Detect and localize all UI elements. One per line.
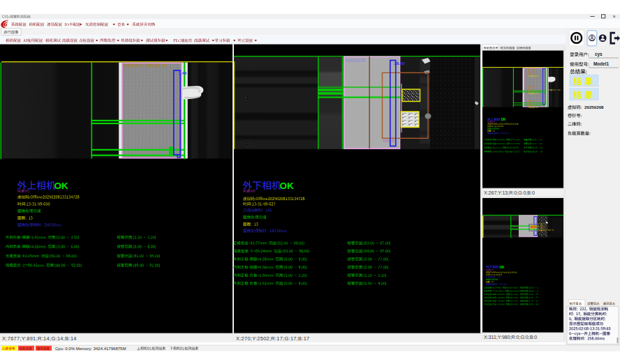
svg-text:Cpu: 0.0% Memory: 3424.41796: Cpu: 0.0% Memory: 3424.41796875M bbox=[55, 347, 126, 351]
svg-text:Model1: Model1 bbox=[593, 61, 609, 66]
svg-text:OK: OK bbox=[54, 181, 69, 191]
svg-text:×: × bbox=[613, 13, 616, 20]
svg-text:cys: cys bbox=[595, 52, 603, 57]
svg-text:28.80: 28.80 bbox=[394, 61, 406, 66]
svg-text:OK: OK bbox=[501, 118, 507, 121]
svg-text:X:311;Y:980;R:0;G:0;B:0: X:311;Y:980;R:0;G:0;B:0 bbox=[484, 335, 537, 340]
svg-text:3.48: 3.48 bbox=[179, 71, 187, 75]
svg-text:OK: OK bbox=[500, 266, 505, 269]
svg-text:X:267;Y:13;R:0;G:0;B:0: X:267;Y:13;R:0;G:0;B:0 bbox=[484, 190, 535, 195]
svg-text:X:7677;Y:891;R:14;G:14;B:14: X:7677;Y:891;R:14;G:14;B:14 bbox=[2, 335, 77, 342]
svg-text:20250208: 20250208 bbox=[584, 105, 604, 109]
svg-text:X:270;Y:2502;R:17;G:17;B:17: X:270;Y:2502;R:17;G:17;B:17 bbox=[236, 335, 309, 342]
svg-text:OK: OK bbox=[280, 181, 295, 191]
